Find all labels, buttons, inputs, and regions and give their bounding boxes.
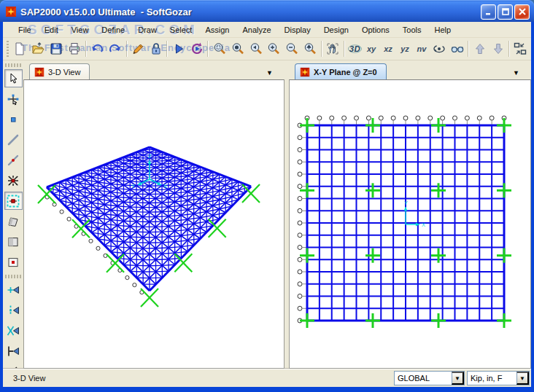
sap2000-tab-icon	[34, 67, 44, 77]
status-view-label: 3-D View	[13, 374, 45, 383]
minimize-button[interactable]	[481, 4, 496, 20]
menu-bar: SOFTGOZAR.COM File Edit View Define Draw…	[3, 22, 531, 38]
restore-full-view-button[interactable]	[228, 40, 247, 58]
circular-play-icon	[190, 42, 204, 56]
print-button[interactable]	[66, 40, 84, 58]
draw-poly-area-button[interactable]	[4, 212, 23, 230]
viewport-plan[interactable]: YX	[289, 79, 531, 369]
menu-item-display[interactable]: Display	[278, 23, 317, 36]
draw-special-joint-button[interactable]	[4, 171, 23, 189]
snap-to-midpoints-button[interactable]	[4, 301, 23, 319]
new-model-button[interactable]	[11, 40, 29, 58]
menu-item-file[interactable]: File	[12, 23, 38, 36]
snap-to-lines-button[interactable]	[4, 362, 23, 369]
coord-system-dropdown-button[interactable]: ▼	[452, 372, 464, 385]
view-list-dropdown-left[interactable]: ▼	[266, 69, 280, 79]
snap-perpendicular-icon	[7, 345, 20, 358]
units-combo[interactable]: Kip, in, F ▼	[467, 371, 530, 385]
toolbar-separator	[344, 41, 345, 57]
draw-toolbar	[3, 60, 23, 369]
snap-to-perpendicular-button[interactable]	[4, 342, 23, 360]
units-dropdown-button[interactable]: ▼	[516, 372, 529, 385]
tab-3d-view[interactable]: 3-D View	[29, 63, 90, 79]
run-analysis-button[interactable]	[169, 40, 187, 58]
coord-system-combo[interactable]: GLOBAL ▼	[394, 371, 465, 385]
xy-label: xy	[367, 44, 376, 53]
maximize-button[interactable]	[498, 4, 513, 20]
status-bar: 3-D View GLOBAL ▼ Kip, in, F ▼	[3, 369, 531, 387]
tabbar-3d: 3-D View ▼	[23, 60, 285, 79]
viewport-3d[interactable]: ZXY	[23, 79, 285, 369]
pointer-icon	[7, 72, 20, 85]
open-file-button[interactable]	[29, 40, 47, 58]
snap-intersections-icon	[7, 324, 20, 337]
lock-model-button[interactable]	[147, 40, 165, 58]
undo-arrow-icon	[90, 42, 104, 56]
perspective-toggle-button[interactable]	[448, 40, 466, 58]
view-list-dropdown-right[interactable]: ▼	[513, 69, 527, 79]
move-up-in-list-button[interactable]	[471, 40, 489, 58]
view-xy-button[interactable]: xy	[363, 40, 380, 58]
special-joint-icon	[7, 174, 20, 187]
snap-to-intersections-button[interactable]	[4, 321, 23, 340]
draw-rect-area-button[interactable]	[4, 232, 23, 251]
shrink-objects-toggle-button[interactable]	[511, 40, 530, 58]
close-button[interactable]	[514, 4, 530, 20]
snap-toolbar-grip[interactable]	[5, 275, 21, 278]
floppy-disk-icon	[49, 42, 63, 56]
menu-item-tools[interactable]: Tools	[396, 23, 428, 36]
menu-item-design[interactable]: Design	[317, 23, 355, 36]
menu-item-select[interactable]: Select	[163, 23, 199, 36]
rubber-band-zoom-button[interactable]	[210, 40, 228, 58]
menu-item-assign[interactable]: Assign	[198, 23, 236, 36]
zoom-selection-icon	[303, 42, 317, 56]
main-toolbar: The First Iranian Software Encyclopedia	[3, 38, 531, 60]
nv-label: nv	[417, 44, 426, 53]
menu-item-edit[interactable]: Edit	[38, 23, 65, 36]
start-animation-button[interactable]	[187, 40, 206, 58]
view-yz-button[interactable]: yz	[397, 40, 414, 58]
menu-item-define[interactable]: Define	[95, 23, 131, 36]
svg-text:X: X	[163, 183, 167, 189]
view-nv-button[interactable]: nv	[413, 40, 430, 58]
svg-text:Y: Y	[404, 200, 408, 206]
tab-xy-plane[interactable]: X-Y Plane @ Z=0	[295, 63, 387, 79]
snap-midpoints-icon	[7, 304, 20, 317]
quick-draw-frame-button[interactable]	[4, 151, 23, 169]
zoom-out-one-step-button[interactable]	[283, 40, 301, 58]
zoom-to-selection-button[interactable]	[301, 40, 320, 58]
play-icon	[171, 42, 186, 56]
move-down-in-list-button[interactable]	[489, 40, 507, 58]
down-arrow-icon	[491, 42, 506, 56]
undo-button[interactable]	[88, 40, 107, 58]
menu-item-draw[interactable]: Draw	[131, 23, 163, 36]
draw-frame-button[interactable]	[4, 130, 23, 149]
menu-item-analyze[interactable]: Analyze	[236, 23, 277, 36]
view-3d-button[interactable]: 3D	[347, 40, 363, 58]
toolbar-separator	[508, 41, 510, 57]
menu-item-view[interactable]: View	[65, 23, 96, 36]
view-xz-button[interactable]: xz	[380, 40, 397, 58]
redo-button[interactable]	[107, 40, 125, 58]
draw-joint-button[interactable]	[4, 110, 23, 128]
refresh-window-button[interactable]	[129, 40, 147, 58]
reshape-object-button[interactable]	[4, 90, 23, 108]
draw-toolbar-grip[interactable]	[5, 63, 21, 67]
zoom-window-icon	[212, 42, 227, 56]
draw-link-button[interactable]	[4, 192, 23, 210]
toolbar-grip[interactable]	[7, 41, 9, 57]
quick-draw-area-button[interactable]	[4, 253, 23, 271]
sap2000-tab-icon	[300, 67, 310, 77]
rect-area-icon	[7, 235, 20, 248]
pan-button[interactable]	[324, 40, 342, 58]
menu-item-options[interactable]: Options	[355, 23, 396, 36]
svg-text:X: X	[422, 222, 425, 228]
save-button[interactable]	[47, 40, 66, 58]
snap-to-joints-button[interactable]	[4, 281, 23, 299]
select-pointer-button[interactable]	[4, 69, 23, 87]
lock-icon	[149, 42, 163, 56]
zoom-in-one-step-button[interactable]	[265, 40, 283, 58]
rotate-3d-view-button[interactable]	[430, 40, 448, 58]
previous-zoom-button[interactable]	[247, 40, 265, 58]
menu-item-help[interactable]: Help	[428, 23, 458, 36]
